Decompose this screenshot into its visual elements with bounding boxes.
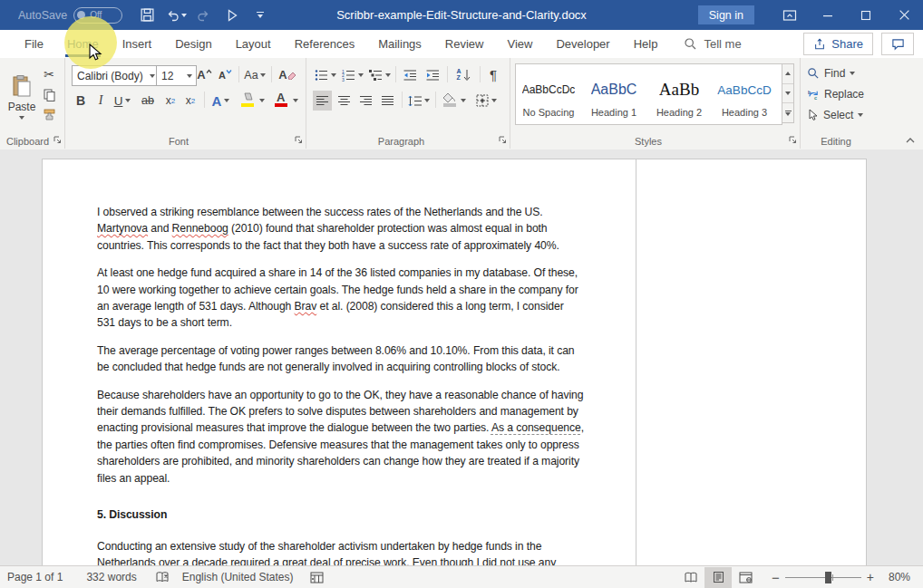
tab-insert[interactable]: Insert — [111, 31, 164, 58]
bullets-button[interactable] — [313, 65, 337, 84]
maximize-button[interactable] — [847, 0, 885, 30]
styles-dialog-launcher[interactable] — [788, 135, 797, 144]
text-effects-button[interactable]: A — [209, 91, 233, 111]
tab-layout[interactable]: Layout — [224, 31, 283, 58]
undo-button[interactable] — [163, 3, 188, 27]
comments-button[interactable] — [881, 33, 914, 55]
align-right-button[interactable] — [356, 91, 375, 111]
shading-button[interactable] — [440, 91, 468, 111]
copy-button[interactable] — [39, 85, 59, 103]
minimize-button[interactable] — [809, 0, 847, 30]
bullets-caret — [331, 73, 336, 77]
zoom-in-button[interactable]: + — [867, 570, 874, 584]
select-button[interactable]: Select — [807, 109, 863, 121]
style-heading-3[interactable]: AaBbCcDHeading 3 — [712, 64, 777, 124]
change-case-button[interactable]: Aa — [242, 65, 267, 84]
page-indicator[interactable]: Page 1 of 1 — [7, 571, 63, 583]
highlighter-icon — [239, 92, 256, 109]
increase-indent-button[interactable] — [423, 65, 442, 84]
clipboard-dialog-launcher[interactable] — [53, 135, 62, 144]
ribbon-display-options-button[interactable] — [771, 0, 809, 30]
save-button[interactable] — [135, 3, 160, 27]
underline-button[interactable]: U — [111, 91, 134, 111]
tab-home[interactable]: Home — [55, 31, 111, 58]
proofing-status[interactable] — [155, 571, 170, 583]
autosave-control[interactable]: AutoSave Off — [18, 7, 122, 24]
style-heading-2[interactable]: AaBbHeading 2 — [646, 64, 712, 124]
paste-button[interactable]: Paste — [5, 64, 39, 130]
language-indicator[interactable]: English (United States) — [182, 571, 294, 583]
word-count[interactable]: 332 words — [86, 571, 136, 583]
tell-me-control[interactable]: Tell me — [684, 37, 741, 51]
bold-button[interactable]: B — [73, 91, 89, 111]
tab-file[interactable]: File — [13, 31, 55, 58]
read-mode-button[interactable] — [677, 567, 704, 588]
align-center-button[interactable] — [335, 91, 354, 111]
subscript-button[interactable]: x2 — [161, 91, 180, 111]
close-button[interactable] — [885, 0, 923, 30]
collapse-ribbon-button[interactable] — [905, 136, 916, 144]
font-name-combobox[interactable]: Calibri (Body) — [72, 65, 160, 86]
tab-help[interactable]: Help — [622, 31, 670, 58]
zoom-level[interactable]: 80% — [874, 571, 923, 583]
decrease-indent-button[interactable] — [400, 65, 420, 84]
tab-references[interactable]: References — [283, 31, 366, 58]
style-no-spacing[interactable]: AaBbCcDcNo Spacing — [516, 64, 581, 124]
style-name: Heading 3 — [722, 107, 767, 118]
macro-recording-button[interactable] — [310, 572, 324, 583]
cut-button[interactable]: ✂ — [39, 65, 59, 83]
qat-more-button[interactable] — [248, 3, 272, 27]
zoom-out-button[interactable]: − — [772, 570, 780, 585]
font-dialog-launcher[interactable] — [294, 135, 303, 144]
sign-in-button[interactable]: Sign in — [698, 5, 754, 24]
clipboard-group-label: Clipboard — [0, 136, 55, 147]
replace-button[interactable]: bc Replace — [807, 88, 864, 101]
italic-button[interactable]: I — [92, 91, 109, 111]
web-layout-button[interactable] — [732, 567, 759, 588]
justify-button[interactable] — [378, 91, 397, 111]
zoom-slider[interactable] — [785, 567, 861, 588]
style-heading-1[interactable]: AaBbCHeading 1 — [581, 64, 646, 124]
tab-view[interactable]: View — [495, 31, 544, 58]
numbering-button[interactable]: 1 2 3 — [340, 65, 364, 84]
find-button[interactable]: Find — [807, 67, 855, 80]
tab-mailings[interactable]: Mailings — [366, 31, 433, 58]
styles-gallery-more[interactable] — [782, 103, 793, 122]
paragraph-dialog-launcher[interactable] — [498, 135, 507, 144]
document-text[interactable]: I observed a striking resemblance betwee… — [97, 204, 584, 566]
paste-icon — [11, 74, 33, 98]
tab-review[interactable]: Review — [433, 31, 496, 58]
strikethrough-button[interactable]: ab — [138, 91, 158, 111]
redo-button[interactable] — [191, 3, 216, 27]
superscript-button[interactable]: x2 — [181, 91, 199, 111]
grow-font-button[interactable]: A — [195, 65, 214, 84]
format-painter-button[interactable] — [39, 105, 59, 123]
qat-play-button[interactable] — [219, 3, 244, 27]
sort-button[interactable]: AZ — [452, 65, 475, 84]
line-spacing-button[interactable] — [406, 91, 432, 111]
font-color-button[interactable]: A — [271, 91, 300, 111]
style-preview: AaBbCcDc — [522, 74, 576, 105]
show-paragraph-marks-button[interactable]: ¶ — [483, 65, 503, 84]
styles-scroll-down[interactable] — [782, 84, 793, 104]
shrink-font-button[interactable]: A — [216, 65, 235, 84]
style-preview: AaBbCcD — [717, 74, 771, 105]
document-page[interactable]: I observed a striking resemblance betwee… — [42, 159, 636, 566]
styles-scroll-up[interactable] — [782, 64, 793, 84]
text-highlight-button[interactable] — [238, 91, 267, 111]
font-size-combobox[interactable]: 12 — [156, 65, 197, 86]
multilevel-list-button[interactable] — [367, 65, 392, 84]
clear-formatting-button[interactable]: A — [276, 65, 299, 84]
minimize-icon — [822, 10, 833, 21]
zoom-slider-thumb[interactable] — [825, 572, 831, 583]
tab-developer[interactable]: Developer — [544, 31, 621, 58]
share-button[interactable]: Share — [803, 33, 873, 55]
document-area: I observed a striking resemblance betwee… — [0, 149, 923, 566]
align-left-button[interactable] — [313, 91, 332, 111]
borders-button[interactable] — [472, 91, 500, 111]
paste-label: Paste — [8, 101, 36, 113]
dialog-launcher-icon — [498, 135, 507, 144]
tab-design[interactable]: Design — [163, 31, 223, 58]
print-layout-button[interactable] — [704, 567, 732, 588]
autosave-toggle[interactable]: Off — [73, 7, 122, 24]
